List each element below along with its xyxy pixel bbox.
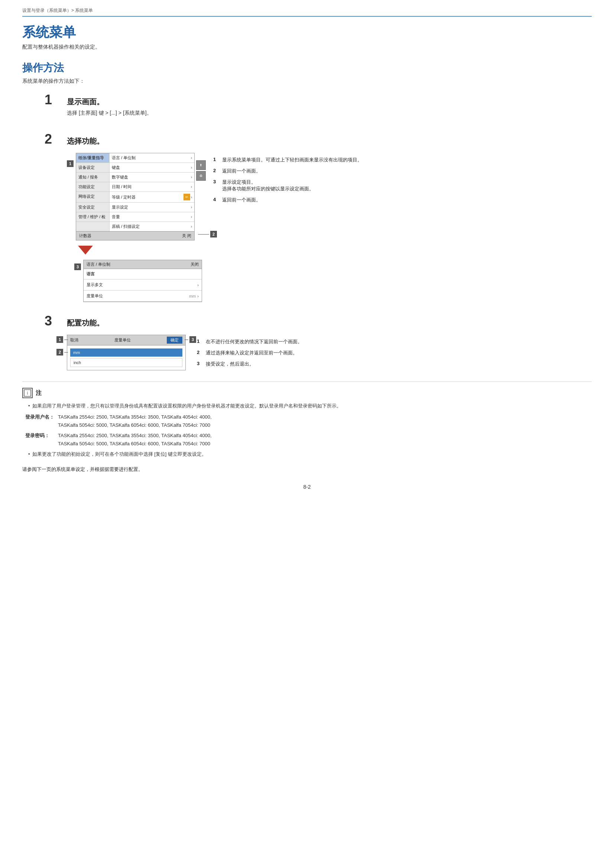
section-desc: 系统菜单的操作方法如下： [22,78,592,85]
step2-annotations: 1 显示系统菜单项目。可通过上下轻扫画面来显示没有出现的项目。 2 返回前一个画… [213,153,592,302]
sub-row-language: 显示多文 › [84,279,202,291]
page-number: 8-2 [22,484,592,490]
sub-screen-section: 语言 [84,269,202,279]
step3-option-mm: mm [70,349,182,356]
arrow-down [78,243,93,257]
step-3: 3 配置功能。 取消 度量单位 确定 [45,313,592,370]
menu-item-notify: 通知 / 报务 [76,172,110,182]
label-2-line: 2 [198,231,217,237]
sub-screen: 语言 / 单位制 关闭 语言 显示多文 › 度量单位 [83,260,202,302]
step-2: 2 选择功能。 1 [45,131,592,302]
side-icon-2: ♻ [196,171,206,181]
label-3: 3 [74,264,81,270]
footer-note: 请参阅下一页的系统菜单设定，并根据据需要进行配置。 [22,466,592,473]
svg-text:i: i [27,391,28,395]
step3-cancel: 取消 [70,337,78,343]
step3-screen: 取消 度量单位 确定 mm inch 1 [67,335,186,370]
menu-item-datetime: 日期 / 时间 › [110,182,194,192]
menu-item-display: 显示设定 › [110,203,194,212]
step3-options: mm inch [67,346,185,370]
step-1: 1 显示画面。 选择 [主界面] 键 > [...] > [系统菜单]。 [45,92,592,120]
step-2-content: 1 纸张/重量指导 语言 / 单位制 › 设备设 [67,153,592,302]
menu-item-paper: 纸张/重量指导 [76,153,110,163]
sub-header-close: 关闭 [191,262,199,267]
menu-item-admin: 管理 / 维护 / 检 [76,212,110,222]
sub-header-title: 语言 / 单位制 [87,262,110,267]
menu-item-network: 网络设定 [76,192,110,202]
menu-item-numkeyboard: 数字键盘 › [110,172,194,182]
step-1-number: 1 [45,92,63,108]
main-screen: 纸张/重量指导 语言 / 单位制 › 设备设定 键盘 › 通知 / 报务 数字键… [76,153,194,240]
label-1: 1 [67,160,73,167]
step3-header: 取消 度量单位 确定 [67,335,185,346]
section-title: 操作方法 [22,61,592,75]
step3-label-1-line: 1 [56,336,68,343]
menu-item-original: 原稿 / 扫描设定 › [110,222,194,231]
step3-annotations: 1 在不进行任何更改的情况下返回前一个画面。 2 通过选择来输入设定并返回至前一… [197,335,592,370]
step3-label-2-line: 2 [56,349,68,355]
annotation-3: 3 显示设定项目。 选择各功能所对应的按键以显示设定画面。 [213,179,592,192]
step3-screen-wrapper: 取消 度量单位 确定 mm inch 1 [67,335,186,370]
note-content: • 如果启用了用户登录管理，您只有以管理员身份或具有配置该设置权限的用户身份登录… [22,402,592,459]
note-icon: i [22,388,33,398]
step-2-number: 2 [45,131,63,147]
step-1-desc: 选择 [主界面] 键 > [...] > [系统菜单]。 [67,110,592,116]
menu-item-language: 语言 / 单位制 › [110,153,194,163]
note-header: i 注 [22,388,592,398]
step-2-title: 选择功能。 [67,136,104,146]
step3-annotation-1: 1 在不进行任何更改的情况下返回前一个画面。 [197,338,592,345]
annotation-1: 1 显示系统菜单项目。可通过上下轻扫画面来显示没有出现的项目。 [213,157,592,163]
step-3-number: 3 [45,313,63,329]
step-3-content: 取消 度量单位 确定 mm inch 1 [67,335,592,370]
step3-confirm: 确定 [167,336,182,344]
menu-item-security: 安全设定 [76,203,110,212]
page-subtitle: 配置与整体机器操作相关的设定。 [22,44,592,50]
menu-item-empty [76,222,110,231]
step-3-title: 配置功能。 [67,318,104,328]
sub-row-unit: 度量单位 mm› [84,291,202,302]
note-field-password: 登录密码： TASKalfa 2554ci: 2500, TASKalfa 35… [25,432,592,448]
step3-title: 度量单位 [114,337,131,343]
footer-close: 关 闭 [182,233,191,239]
menu-item-device: 设备设定 [76,163,110,172]
step3-option-inch: inch [70,358,182,367]
note-field-username: 登录用户名： TASKalfa 2554ci: 2500, TASKalfa 3… [25,413,592,429]
note-section: i 注 • 如果启用了用户登录管理，您只有以管理员身份或具有配置该设置权限的用户… [22,381,592,459]
breadcrumb: 设置与登录（系统菜单）> 系统菜单 [22,8,592,17]
menu-item-level: 等级 / 定时器 ✏ › [110,192,194,202]
side-icon-1: ⬆ [196,160,206,170]
step2-screens: 1 纸张/重量指导 语言 / 单位制 › 设备设 [67,153,202,302]
menu-item-func: 功能设定 [76,182,110,192]
footer-counter: 计数器 [79,233,92,239]
note-bullet-2: • 如果更改了功能的初始设定，则可在各个功能画面中选择 [复位] 键立即更改设定… [28,450,592,458]
menu-item-volume: 音量 › [110,212,194,222]
page-title: 系统菜单 [22,23,592,42]
step-1-title: 显示画面。 [67,97,104,107]
menu-item-keyboard: 键盘 › [110,163,194,172]
annotation-2: 2 返回前一个画面。 [213,168,592,174]
note-bullet-1: • 如果启用了用户登录管理，您只有以管理员身份或具有配置该设置权限的用户身份登录… [28,402,592,410]
annotation-4: 4 返回前一个画面。 [213,197,592,203]
step3-label-3-line: 3 [185,336,196,343]
steps-container: 1 显示画面。 选择 [主界面] 键 > [...] > [系统菜单]。 2 选… [45,92,592,370]
step3-annotation-2: 2 通过选择来输入设定并返回至前一个画面。 [197,350,592,356]
step3-annotation-3: 3 接受设定，然后退出。 [197,361,592,367]
note-title: 注 [36,389,42,397]
